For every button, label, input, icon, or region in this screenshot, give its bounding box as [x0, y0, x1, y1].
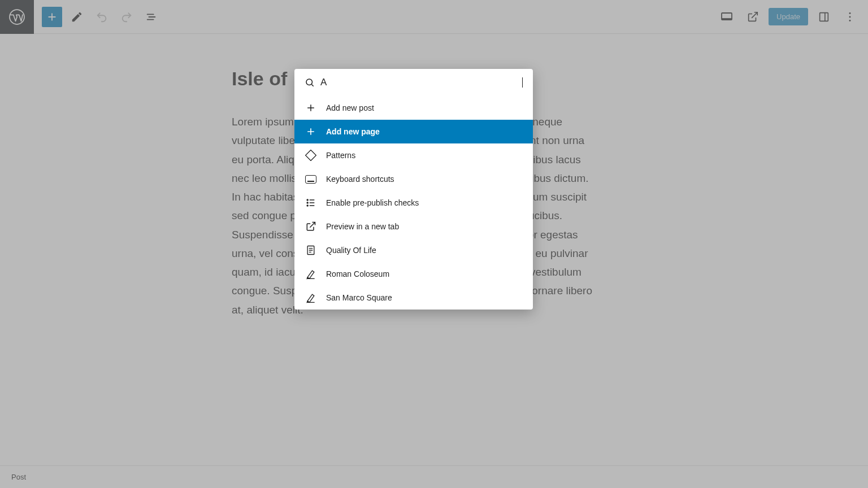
- command-label: Add new post: [326, 103, 374, 112]
- command-add-new-page[interactable]: Add new page: [294, 120, 533, 143]
- command-san-marco-square[interactable]: San Marco Square: [294, 286, 533, 310]
- command-label: Enable pre-publish checks: [326, 198, 419, 207]
- editor-toolbar: Update: [0, 0, 868, 34]
- command-preview-new-tab[interactable]: Preview in a new tab: [294, 215, 533, 238]
- svg-point-3: [849, 12, 851, 14]
- svg-rect-2: [820, 12, 828, 21]
- command-palette: Add new post Add new page Patterns Keybo…: [294, 69, 533, 310]
- settings-sidebar-toggle[interactable]: [814, 7, 834, 27]
- editor-statusbar: Post: [0, 465, 868, 488]
- redo-icon: [120, 11, 133, 23]
- post-icon: [305, 291, 317, 304]
- command-keyboard-shortcuts[interactable]: Keyboard shortcuts: [294, 167, 533, 191]
- command-add-new-post[interactable]: Add new post: [294, 96, 533, 120]
- post-icon: [305, 268, 317, 280]
- redo-button[interactable]: [116, 7, 137, 27]
- toolbar-right-group: Update: [717, 7, 868, 27]
- command-quality-of-life[interactable]: Quality Of Life: [294, 238, 533, 262]
- wordpress-logo[interactable]: [0, 0, 34, 34]
- checklist-icon: [305, 197, 317, 209]
- preview-external-button[interactable]: [743, 7, 763, 27]
- plus-icon: [46, 11, 58, 23]
- svg-rect-7: [306, 150, 316, 161]
- pencil-icon: [71, 11, 83, 23]
- toolbar-left-group: [34, 7, 162, 27]
- command-label: San Marco Square: [326, 293, 392, 302]
- wordpress-icon: [8, 8, 25, 25]
- desktop-icon: [720, 10, 734, 24]
- keyboard-icon: [305, 173, 317, 185]
- command-label: Keyboard shortcuts: [326, 175, 394, 184]
- command-patterns[interactable]: Patterns: [294, 143, 533, 167]
- command-palette-list: Add new post Add new page Patterns Keybo…: [294, 96, 533, 310]
- command-roman-coloseum[interactable]: Roman Coloseum: [294, 262, 533, 286]
- text-cursor: [522, 77, 523, 88]
- external-icon: [305, 220, 317, 233]
- more-vertical-icon: [844, 11, 856, 23]
- svg-point-6: [306, 79, 313, 85]
- sidebar-icon: [818, 11, 830, 23]
- list-view-icon: [145, 11, 158, 23]
- tools-button[interactable]: [67, 7, 87, 27]
- external-icon: [747, 11, 759, 23]
- options-button[interactable]: [840, 7, 860, 27]
- block-inserter-button[interactable]: [42, 7, 62, 27]
- document-overview-button[interactable]: [141, 7, 162, 27]
- undo-button[interactable]: [92, 7, 112, 27]
- command-palette-search: [294, 69, 533, 96]
- breadcrumb[interactable]: Post: [11, 473, 26, 481]
- plus-icon: [305, 125, 317, 138]
- search-icon: [305, 77, 315, 88]
- patterns-icon: [305, 149, 317, 162]
- command-label: Add new page: [326, 127, 380, 136]
- svg-point-5: [849, 19, 851, 21]
- command-label: Patterns: [326, 151, 355, 160]
- command-label: Preview in a new tab: [326, 222, 399, 231]
- svg-point-9: [307, 202, 308, 203]
- command-label: Quality Of Life: [326, 246, 376, 255]
- update-button[interactable]: Update: [769, 8, 808, 25]
- page-icon: [305, 244, 317, 256]
- undo-icon: [96, 11, 108, 23]
- svg-point-10: [307, 205, 308, 206]
- plus-icon: [305, 102, 317, 114]
- svg-point-8: [307, 199, 308, 201]
- command-label: Roman Coloseum: [326, 269, 389, 278]
- view-button[interactable]: [717, 7, 737, 27]
- svg-point-4: [849, 16, 851, 18]
- command-enable-prepublish[interactable]: Enable pre-publish checks: [294, 191, 533, 215]
- command-palette-input[interactable]: [320, 77, 516, 88]
